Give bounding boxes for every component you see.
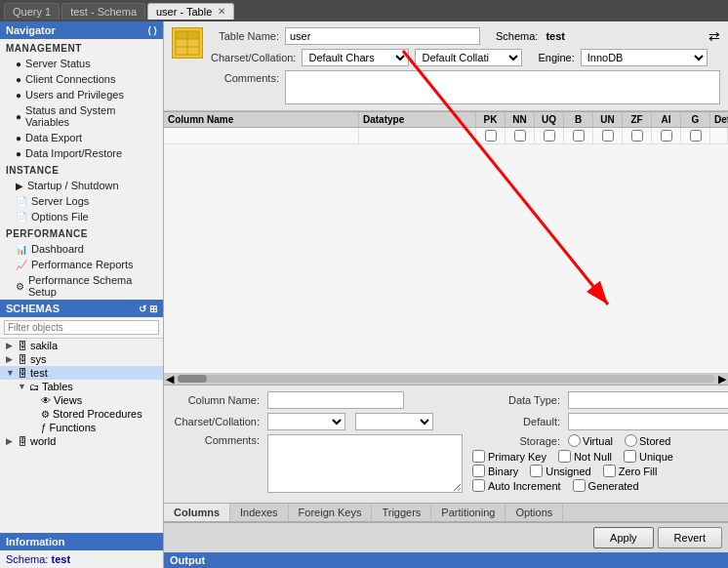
g-checkbox[interactable] [690,130,702,142]
default-detail-input[interactable] [568,413,728,430]
nav-icon2[interactable]: ⟩ [153,25,157,36]
nn-cell[interactable] [506,128,535,143]
col-name-cell[interactable] [164,128,359,143]
sidebar-item-data-import[interactable]: ● Data Import/Restore [0,145,163,161]
b-checkbox[interactable] [573,130,585,142]
comments-detail-textarea[interactable] [267,434,463,493]
revert-button[interactable]: Revert [658,527,722,548]
sidebar-item-perf-schema[interactable]: ⚙ Performance Schema Setup [0,272,163,300]
btab-triggers[interactable]: Triggers [372,504,431,521]
stored-radio-label[interactable]: Stored [625,434,670,447]
virtual-radio[interactable] [568,434,581,447]
sidebar-item-server-logs[interactable]: 📄 Server Logs [0,193,163,209]
pk-checkbox[interactable] [485,130,497,142]
unique-checkbox-item[interactable]: Unique [624,450,673,463]
comments-textarea[interactable] [285,70,720,104]
sidebar-item-server-status[interactable]: ● Server Status [0,56,163,71]
table-row[interactable] [164,128,728,144]
zero-fill-checkbox[interactable] [603,465,616,477]
g-cell[interactable] [681,128,710,143]
auto-increment-checkbox[interactable] [472,479,485,492]
collation-select[interactable]: Default Collati [415,49,522,66]
filter-input[interactable] [4,320,159,335]
nn-checkbox[interactable] [514,130,526,142]
btab-options[interactable]: Options [506,504,563,521]
sidebar-item-users-privileges[interactable]: ● Users and Privileges [0,87,163,102]
sidebar-item-perf-reports[interactable]: 📈 Performance Reports [0,257,163,272]
sidebar-item-client-connections[interactable]: ● Client Connections [0,71,163,87]
datatype-cell[interactable] [359,128,476,143]
schema-tree-tables[interactable]: ▼ 🗂 Tables [0,380,163,393]
nav-icon1[interactable]: ⟨ [147,25,151,36]
stored-radio[interactable] [625,434,637,447]
btab-columns[interactable]: Columns [164,504,230,521]
un-cell[interactable] [593,128,623,143]
tab-user-table[interactable]: user - Table ✕ [147,3,234,20]
un-checkbox[interactable] [602,130,614,142]
binary-checkbox[interactable] [472,465,485,477]
datatype-input[interactable] [363,130,471,142]
generated-checkbox-item[interactable]: Generated [573,479,639,492]
sidebar-item-dashboard[interactable]: 📊 Dashboard [0,241,163,257]
schema-tree-world[interactable]: ▶ 🗄 world [0,434,163,448]
schema-tree-sys[interactable]: ▶ 🗄 sys [0,352,163,366]
apply-button[interactable]: Apply [593,527,654,548]
unsigned-checkbox[interactable] [530,465,543,477]
sidebar-item-data-export[interactable]: ● Data Export [0,130,163,145]
binary-checkbox-item[interactable]: Binary [472,465,518,477]
uq-cell[interactable] [535,128,564,143]
refresh-icon[interactable]: ⇄ [708,28,720,44]
col-name-input[interactable] [168,130,354,142]
info-schema-value: test [51,553,70,565]
expr-input[interactable] [714,130,723,142]
col-name-detail-input[interactable] [267,391,404,409]
scroll-right-btn[interactable]: ▶ [716,373,728,385]
pk-detail-checkbox[interactable] [472,450,485,463]
generated-checkbox[interactable] [573,479,586,492]
detail-collation-select[interactable] [355,413,433,430]
schema-tree-sakila[interactable]: ▶ 🗄 sakila [0,339,163,352]
auto-increment-checkbox-item[interactable]: Auto Increment [472,479,561,492]
grid-scrollbar[interactable]: ◀ ▶ [164,373,728,385]
sidebar-item-startup[interactable]: ▶ Startup / Shutdown [0,178,163,193]
close-icon[interactable]: ✕ [218,6,225,17]
detail-charset-select[interactable] [267,413,345,430]
table-name-input[interactable] [285,27,480,45]
unique-checkbox[interactable] [624,450,636,463]
zf-cell[interactable] [623,128,652,143]
btab-indexes[interactable]: Indexes [230,504,289,521]
information-title: Information [6,536,65,548]
ai-checkbox[interactable] [661,130,672,142]
zero-fill-checkbox-item[interactable]: Zero Fill [603,465,658,477]
btab-foreign-keys[interactable]: Foreign Keys [289,504,373,521]
expr-cell[interactable] [710,128,728,143]
uq-checkbox[interactable] [544,130,555,142]
engine-select[interactable]: InnoDB MyISAM MEMORY [581,49,708,66]
not-null-checkbox[interactable] [558,450,571,463]
tab-test-schema[interactable]: test - Schema [61,3,145,20]
tab-query1[interactable]: Query 1 [4,3,60,20]
schemas-expand-icon[interactable]: ⊞ [149,304,157,314]
unsigned-checkbox-item[interactable]: Unsigned [530,465,590,477]
scrollbar-thumb[interactable] [178,375,207,383]
data-type-detail-input[interactable] [568,391,728,409]
sidebar-item-options-file[interactable]: 📄 Options File [0,209,163,224]
virtual-radio-label[interactable]: Virtual [568,434,613,447]
pk-checkbox-item[interactable]: Primary Key [472,450,546,463]
scroll-left-btn[interactable]: ◀ [164,373,176,385]
zf-checkbox[interactable] [631,130,643,142]
btab-partitioning[interactable]: Partitioning [431,504,506,521]
not-null-checkbox-item[interactable]: Not Null [558,450,612,463]
schema-tree-views[interactable]: 👁 Views [0,393,163,407]
navigator-icons: ⟨ ⟩ [147,25,157,36]
charset-select[interactable]: Default Chars [302,49,409,66]
pk-cell[interactable] [476,128,506,143]
schema-tree-test[interactable]: ▼ 🗄 test [0,366,163,380]
b-cell[interactable] [564,128,593,143]
schema-tree-stored-procs[interactable]: ⚙ Stored Procedures [0,407,163,421]
schemas-refresh-icon[interactable]: ↺ [139,304,146,314]
schema-tree-functions[interactable]: ƒ Functions [0,421,163,434]
g-header: G [681,112,710,127]
sidebar-item-status-vars[interactable]: ● Status and System Variables [0,102,163,130]
ai-cell[interactable] [652,128,681,143]
